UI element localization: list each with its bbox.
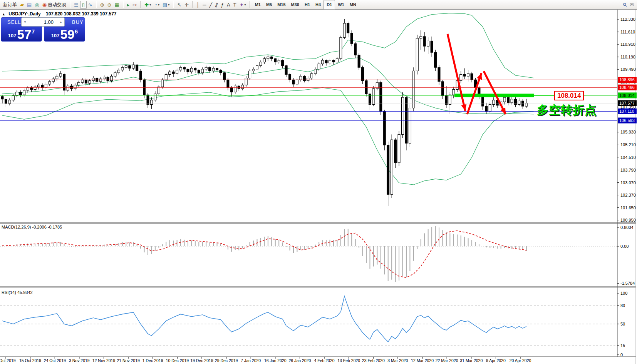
market-watch-icon: ▤ [27, 1, 32, 9]
tf-m15[interactable]: M15 [275, 0, 288, 10]
svg-text:103.790: 103.790 [620, 168, 636, 172]
zoom-out-icon: ⊖ [107, 1, 112, 9]
zoom-in-icon[interactable]: ⊕ [99, 1, 106, 9]
candlestick-series [1, 19, 528, 206]
candlestick-chart-icon[interactable]: ▯ [80, 1, 87, 9]
svg-text:0: 0 [620, 352, 623, 357]
toolbar-group: ✚▾◔▾▨▾ [143, 0, 171, 10]
buy-label: BUY [67, 18, 89, 26]
tf-w1[interactable]: W1 [335, 0, 347, 10]
rsi-line [2, 296, 526, 342]
toolbar-separator [140, 1, 141, 8]
tf-h1[interactable]: H1 [302, 0, 313, 10]
volume-stepper[interactable]: ▾ 1.00 ▴ [21, 17, 65, 27]
horizontal-line-icon: ─ [203, 1, 206, 9]
macd-axis[interactable]: 0.80340.00-1.5784 [617, 225, 635, 286]
bar-chart-icon[interactable]: ☰ [72, 1, 80, 9]
date-axis[interactable]: 6 Oct 201915 Oct 201924 Oct 20193 Nov 20… [0, 357, 531, 363]
chart-shift-icon: ↦ [132, 1, 137, 9]
svg-text:15 Oct 2019: 15 Oct 2019 [19, 358, 41, 363]
search-icon[interactable]: ⚲ [622, 1, 629, 9]
level-price-callout[interactable]: 108.014 [554, 91, 584, 100]
new-order-button-label: 新订单 [3, 2, 17, 8]
tile-windows-icon: ▦ [115, 1, 119, 9]
level-lines[interactable] [0, 80, 617, 120]
text-icon[interactable]: A [225, 1, 232, 9]
tf-m30[interactable]: M30 [288, 0, 302, 10]
toolbar-separator [250, 1, 250, 8]
indicators-icon[interactable]: ✚▾ [143, 1, 153, 9]
volume-value[interactable]: 1.00 [28, 19, 57, 25]
fibonacci-icon[interactable]: ƒ [220, 1, 225, 9]
svg-text:20 Apr 2020: 20 Apr 2020 [510, 358, 531, 363]
gold-bars-icon[interactable]: ▰ [18, 1, 25, 9]
price-chart-canvas[interactable]: 112.330111.610110.910110.190109.490108.7… [0, 0, 637, 364]
auto-scroll-icon: ▸ [127, 1, 130, 9]
chat-icon[interactable]: ✉ [628, 1, 635, 9]
autotrade-button[interactable]: ◉自动交易 [41, 1, 68, 9]
trendline-icon[interactable]: ╱ [208, 1, 214, 9]
vertical-line-icon[interactable]: │ [195, 1, 201, 9]
tf-w1-label: W1 [338, 2, 344, 7]
tf-m5[interactable]: M5 [263, 0, 275, 10]
line-chart-icon[interactable]: ∿ [87, 1, 94, 9]
svg-text:26 Jan 2020: 26 Jan 2020 [289, 358, 311, 363]
svg-text:15: 15 [620, 343, 625, 348]
autotrade-button-label: 自动交易 [48, 2, 66, 8]
main-toolbar: 新订单▰▤◎◉自动交易☰▯∿⊕⊖▦▸↦✚▾◔▾▨▾↖✛│─╱∥ƒAT✦▾M1M5… [0, 0, 637, 10]
svg-text:50: 50 [620, 322, 625, 326]
tf-h4[interactable]: H4 [313, 0, 324, 10]
turning-point-note[interactable]: 多空转折点 [537, 102, 597, 118]
chart-shift-icon[interactable]: ↦ [131, 1, 138, 9]
chevron-down-icon[interactable]: ▾ [168, 3, 169, 7]
svg-text:101.650: 101.650 [620, 205, 636, 210]
svg-text:102.370: 102.370 [620, 193, 636, 197]
chevron-down-icon[interactable]: ▾ [245, 3, 246, 7]
text-label-icon[interactable]: T [232, 1, 238, 9]
tf-mn[interactable]: MN [347, 0, 359, 10]
periods-icon[interactable]: ◔▾ [153, 1, 161, 9]
horizontal-line-icon[interactable]: ─ [201, 1, 208, 9]
svg-text:108.896: 108.896 [619, 77, 635, 82]
price-axis[interactable]: 112.330111.610110.910110.190109.490108.7… [617, 17, 637, 222]
rsi-axis[interactable]: 1008050150 [617, 291, 627, 357]
autotrade-button: ◉ [42, 1, 47, 9]
tile-windows-icon[interactable]: ▦ [113, 1, 121, 9]
tf-m1[interactable]: M1 [252, 0, 263, 10]
tf-m1-label: M1 [255, 2, 261, 7]
chevron-down-icon[interactable]: ▾ [158, 3, 159, 7]
toolbar-group: ⊕⊖▦ [99, 0, 121, 10]
chevron-down-icon[interactable]: ▾ [149, 3, 151, 7]
tf-mn-label: MN [350, 2, 356, 7]
templates-icon[interactable]: ▨▾ [161, 1, 171, 9]
chat-icon: ✉ [630, 1, 634, 9]
svg-text:9 Apr 2020: 9 Apr 2020 [486, 358, 506, 363]
svg-text:22 Mar 2020: 22 Mar 2020 [436, 358, 458, 363]
buy-price: 107596 [44, 28, 85, 40]
svg-text:-1.5784: -1.5784 [620, 281, 635, 286]
cursor-icon[interactable]: ↖ [176, 1, 183, 9]
svg-text:0.8034: 0.8034 [620, 225, 634, 230]
tf-d1[interactable]: D1 [324, 0, 335, 10]
market-watch-icon[interactable]: ▤ [25, 1, 33, 9]
new-order-button[interactable]: 新订单 [2, 1, 18, 9]
svg-text:108.466: 108.466 [619, 85, 635, 90]
collapse-panel-icon[interactable]: ▲ [2, 12, 5, 16]
toolbar-group: ↖✛ [176, 0, 190, 10]
svg-text:110.910: 110.910 [620, 42, 635, 47]
crosshair-icon[interactable]: ✛ [183, 1, 190, 9]
gold-bars-icon: ▰ [20, 1, 24, 9]
macd-indicator-label: MACD(12,26,9) -0.2006 -0.1785 [2, 225, 62, 229]
svg-text:106.593: 106.593 [619, 118, 635, 123]
timeframe-group: M1M5M15M30H1H4D1W1MN [252, 0, 359, 10]
arrowhead-icon [477, 73, 482, 80]
volume-up-icon[interactable]: ▴ [57, 20, 64, 24]
indicators-icon: ✚ [144, 1, 149, 9]
signal-icon[interactable]: ◎ [33, 1, 40, 9]
auto-scroll-icon[interactable]: ▸ [126, 1, 131, 9]
shapes-icon[interactable]: ✦▾ [238, 1, 248, 9]
channel-icon[interactable]: ∥ [214, 1, 220, 9]
zoom-out-icon[interactable]: ⊖ [106, 1, 113, 9]
svg-text:110.190: 110.190 [620, 55, 635, 59]
volume-down-icon[interactable]: ▾ [22, 20, 28, 24]
